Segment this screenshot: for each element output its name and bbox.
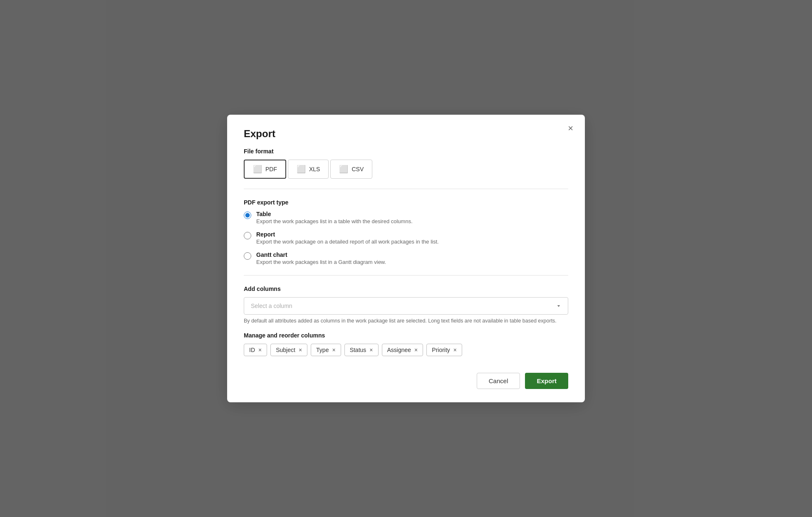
column-tag-assignee: Assignee × [382,344,423,356]
radio-gantt-label: Gantt chart [256,251,386,258]
column-tag-subject-label: Subject [276,347,295,353]
export-modal: × Export File format ⬜ PDF ⬜ XLS ⬜ CSV P… [227,115,585,402]
column-tag-id-label: ID [249,347,255,353]
column-tag-priority: Priority × [426,344,462,356]
radio-report[interactable] [244,232,251,239]
column-tag-status-label: Status [350,347,366,353]
column-tag-type: Type × [311,344,341,356]
column-tag-id-remove[interactable]: × [258,347,262,353]
radio-option-table[interactable]: Table Export the work packages list in a… [244,211,568,224]
column-tag-type-label: Type [316,347,329,353]
radio-option-report[interactable]: Report Export the work package on a deta… [244,231,568,245]
export-button[interactable]: Export [525,373,568,389]
column-tag-priority-label: Priority [432,347,450,353]
add-columns-section: Add columns Select a column By default a… [244,286,568,324]
format-xls-button[interactable]: ⬜ XLS [288,160,329,179]
add-columns-label: Add columns [244,286,568,292]
column-hint: By default all attributes added as colum… [244,318,568,324]
manage-columns-section: Manage and reorder columns ID × Subject … [244,332,568,356]
csv-icon: ⬜ [339,165,348,174]
column-tag-id: ID × [244,344,267,356]
cancel-button[interactable]: Cancel [477,373,520,389]
xls-icon: ⬜ [297,165,306,174]
modal-footer: Cancel Export [244,373,568,389]
divider-1 [244,189,568,189]
column-tag-type-remove[interactable]: × [332,347,335,353]
file-format-label: File format [244,148,568,155]
radio-report-label: Report [256,231,439,238]
export-type-label: PDF export type [244,199,568,206]
modal-title: Export [244,128,568,140]
format-pdf-label: PDF [265,166,277,172]
format-pdf-button[interactable]: ⬜ PDF [244,160,286,179]
column-tag-subject-remove[interactable]: × [299,347,302,353]
column-tag-assignee-label: Assignee [387,347,411,353]
radio-gantt-desc: Export the work packages list in a Gantt… [256,259,386,265]
column-select[interactable]: Select a column [244,297,568,315]
format-xls-label: XLS [309,166,320,172]
radio-table[interactable] [244,212,251,219]
radio-report-desc: Export the work package on a detailed re… [256,239,439,245]
radio-table-label: Table [256,211,413,217]
divider-2 [244,275,568,276]
column-tag-status-remove[interactable]: × [369,347,373,353]
manage-columns-label: Manage and reorder columns [244,332,568,339]
radio-report-content: Report Export the work package on a deta… [256,231,439,245]
column-tag-priority-remove[interactable]: × [453,347,457,353]
column-tag-status: Status × [344,344,379,356]
column-tag-subject: Subject × [270,344,307,356]
radio-gantt[interactable] [244,252,251,260]
format-csv-label: CSV [352,166,364,172]
pdf-icon: ⬜ [253,165,262,174]
radio-gantt-content: Gantt chart Export the work packages lis… [256,251,386,265]
modal-overlay: × Export File format ⬜ PDF ⬜ XLS ⬜ CSV P… [0,0,812,517]
column-tag-assignee-remove[interactable]: × [414,347,418,353]
export-type-section: PDF export type Table Export the work pa… [244,199,568,265]
column-tags: ID × Subject × Type × Status × Assignee [244,344,568,356]
radio-option-gantt[interactable]: Gantt chart Export the work packages lis… [244,251,568,265]
radio-table-content: Table Export the work packages list in a… [256,211,413,224]
file-format-group: ⬜ PDF ⬜ XLS ⬜ CSV [244,160,568,179]
radio-table-desc: Export the work packages list in a table… [256,218,413,224]
format-csv-button[interactable]: ⬜ CSV [330,160,372,179]
close-button[interactable]: × [564,122,577,135]
